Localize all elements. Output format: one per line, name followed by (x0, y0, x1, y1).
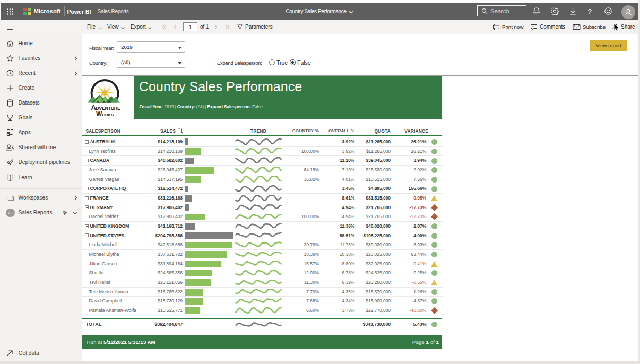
svg-text:Works: Works (96, 110, 114, 117)
